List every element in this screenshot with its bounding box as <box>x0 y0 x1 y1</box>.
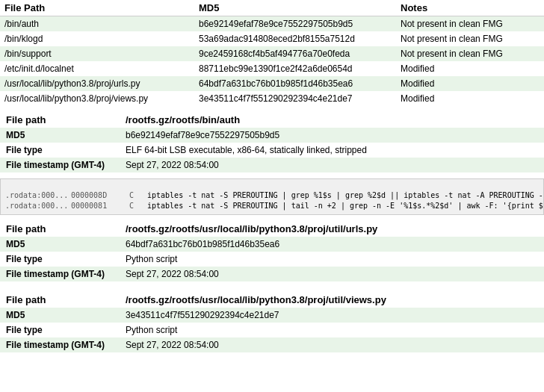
cell-filepath: /bin/auth <box>0 16 194 32</box>
cell-filepath: /etc/init.d/localnet <box>0 61 194 76</box>
detail-row-label: File type <box>0 323 120 337</box>
cell-filepath: /usr/local/lib/python3.8/proj/urls.py <box>0 76 194 91</box>
detail-row-label: MD5 <box>0 237 120 252</box>
detail-row-label: File type <box>0 143 120 158</box>
detail-urls-table: File path/rootfs.gz/rootfs/usr/local/lib… <box>0 221 544 281</box>
summary-table: File Path MD5 Notes /bin/authb6e92149efa… <box>0 0 544 106</box>
cell-md5: 9ce2459168cf4b5af494776a70e0feda <box>194 46 396 61</box>
cell-md5: 3e43511c4f7f551290292394c4e21de7 <box>194 91 396 106</box>
cell-notes: Not present in clean FMG <box>396 46 544 61</box>
detail-data-row: File timestamp (GMT-4)Sept 27, 2022 08:5… <box>0 337 544 352</box>
table-row: /usr/local/lib/python3.8/proj/urls.py64b… <box>0 76 544 91</box>
detail-title-value: /rootfs.gz/rootfs/bin/auth <box>120 112 544 128</box>
detail-row-value: Python script <box>120 252 544 267</box>
cell-filepath: /bin/klogd <box>0 31 194 46</box>
detail-row-label: File type <box>0 252 120 267</box>
detail-data-row: MD53e43511c4f7f551290292394c4e21de7 <box>0 308 544 323</box>
code-addr: .rodata:000... <box>5 201 65 211</box>
code-content: iptables -t nat -S PREROUTING | grep %1$… <box>147 190 544 201</box>
detail-data-row: File timestamp (GMT-4)Sept 27, 2022 08:5… <box>0 158 544 172</box>
detail-data-row: MD564bdf7a631bc76b01b985f1d46b35ea6 <box>0 237 544 252</box>
detail-data-row: File typePython script <box>0 323 544 337</box>
detail-title-label: File path <box>0 112 120 128</box>
code-content: iptables -t nat -S PREROUTING | tail -n … <box>147 201 544 211</box>
cell-notes: Modified <box>396 76 544 91</box>
cell-notes: Modified <box>396 91 544 106</box>
cell-filepath: /bin/support <box>0 46 194 61</box>
detail-row-label: MD5 <box>0 308 120 323</box>
detail-header-row: File path/rootfs.gz/rootfs/bin/auth <box>0 112 544 128</box>
detail-row-value: 64bdf7a631bc76b01b985f1d46b35ea6 <box>120 237 544 252</box>
detail-row-label: MD5 <box>0 128 120 143</box>
detail-row-value: Python script <box>120 323 544 337</box>
col-header-notes: Notes <box>396 0 544 16</box>
code-line: .rodata:000...00000081Ciptables -t nat -… <box>5 201 539 211</box>
code-line: .rodata:000...0000008DCiptables -t nat -… <box>5 190 539 201</box>
col-header-filepath: File Path <box>0 0 194 16</box>
cell-md5: 53a69adac914808eced2bf8155a7512d <box>194 31 396 46</box>
code-offset: 0000008D <box>71 190 123 201</box>
cell-md5: 64bdf7a631bc76b01b985f1d46b35ea6 <box>194 76 396 91</box>
detail-row-value: Sept 27, 2022 08:54:00 <box>120 267 544 281</box>
detail-title-label: File path <box>0 292 120 308</box>
code-offset: 00000081 <box>71 201 123 211</box>
detail-row-label: File timestamp (GMT-4) <box>0 337 120 352</box>
table-row: /usr/local/lib/python3.8/proj/views.py3e… <box>0 91 544 106</box>
cell-md5: 88711ebc99e1390f1ce2f42a6de0654d <box>194 61 396 76</box>
detail-data-row: MD5b6e92149efaf78e9ce7552297505b9d5 <box>0 128 544 143</box>
table-row: /etc/init.d/localnet88711ebc99e1390f1ce2… <box>0 61 544 76</box>
table-row: /bin/support9ce2459168cf4b5af494776a70e0… <box>0 46 544 61</box>
detail-row-value: Sept 27, 2022 08:54:00 <box>120 337 544 352</box>
code-block: .rodata:000...0000008DCiptables -t nat -… <box>0 178 544 215</box>
detail-title-value: /rootfs.gz/rootfs/usr/local/lib/python3.… <box>120 292 544 308</box>
detail-row-value: b6e92149efaf78e9ce7552297505b9d5 <box>120 128 544 143</box>
table-row: /bin/authb6e92149efaf78e9ce7552297505b9d… <box>0 16 544 32</box>
detail-row-label: File timestamp (GMT-4) <box>0 267 120 281</box>
cell-notes: Not present in clean FMG <box>396 31 544 46</box>
code-type: C <box>129 201 141 211</box>
detail-header-row: File path/rootfs.gz/rootfs/usr/local/lib… <box>0 292 544 308</box>
detail-row-value: Sept 27, 2022 08:54:00 <box>120 158 544 172</box>
cell-md5: b6e92149efaf78e9ce7552297505b9d5 <box>194 16 396 32</box>
detail-data-row: File timestamp (GMT-4)Sept 27, 2022 08:5… <box>0 267 544 281</box>
cell-filepath: /usr/local/lib/python3.8/proj/views.py <box>0 91 194 106</box>
code-type: C <box>129 190 141 201</box>
detail-row-value: ELF 64-bit LSB executable, x86-64, stati… <box>120 143 544 158</box>
detail-title-label: File path <box>0 221 120 237</box>
detail-title-value: /rootfs.gz/rootfs/usr/local/lib/python3.… <box>120 221 544 237</box>
cell-notes: Not present in clean FMG <box>396 16 544 32</box>
cell-notes: Modified <box>396 61 544 76</box>
detail-row-label: File timestamp (GMT-4) <box>0 158 120 172</box>
detail-data-row: File typeELF 64-bit LSB executable, x86-… <box>0 143 544 158</box>
detail-row-value: 3e43511c4f7f551290292394c4e21de7 <box>120 308 544 323</box>
detail-views-table: File path/rootfs.gz/rootfs/usr/local/lib… <box>0 292 544 352</box>
code-addr: .rodata:000... <box>5 190 65 201</box>
col-header-md5: MD5 <box>194 0 396 16</box>
table-row: /bin/klogd53a69adac914808eced2bf8155a751… <box>0 31 544 46</box>
detail-data-row: File typePython script <box>0 252 544 267</box>
detail-auth-table: File path/rootfs.gz/rootfs/bin/authMD5b6… <box>0 112 544 172</box>
detail-header-row: File path/rootfs.gz/rootfs/usr/local/lib… <box>0 221 544 237</box>
